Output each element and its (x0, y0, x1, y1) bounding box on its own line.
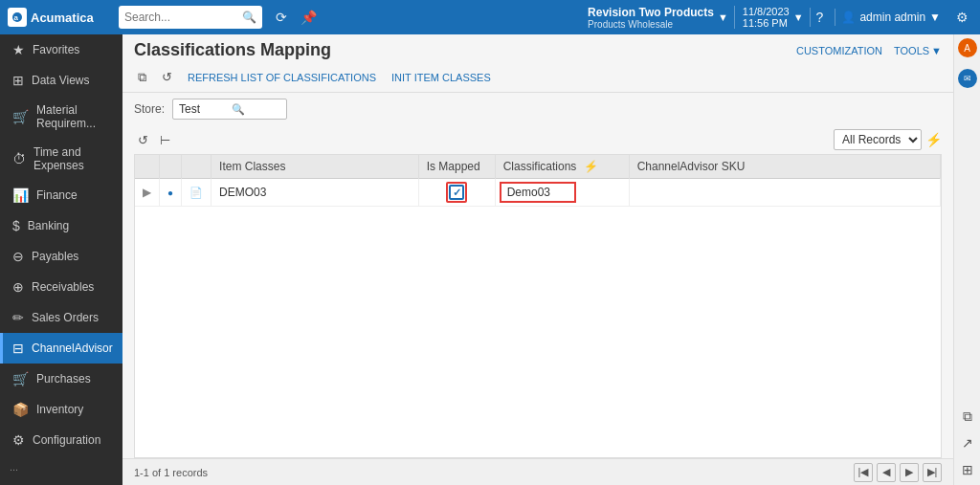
logo-text: Acumatica (31, 11, 94, 25)
sidebar-item-label: ChannelAdvisor (32, 342, 113, 355)
sidebar-item-data-views[interactable]: ⊞ Data Views (0, 65, 122, 96)
app-logo[interactable]: a Acumatica (8, 8, 113, 27)
pin-btn[interactable]: 📌 (297, 8, 321, 27)
row-expand-btn[interactable]: ▶ (135, 179, 160, 207)
store-label: Store: (134, 102, 165, 116)
panel-icon-1[interactable]: ✉ (958, 69, 977, 88)
sidebar-item-finance[interactable]: 📊 Finance (0, 180, 122, 210)
store-value: Test (179, 102, 228, 116)
user-label: admin admin (859, 11, 925, 24)
date-selector[interactable]: 11/8/2023 11:56 PM ▼ (734, 6, 804, 29)
panel-link-btn[interactable]: ↗ (956, 431, 979, 454)
sidebar-item-banking[interactable]: $ Banking (0, 210, 122, 241)
prev-page-btn[interactable]: ◀ (877, 463, 896, 482)
cell-channel-advisor-sku (629, 179, 940, 207)
sidebar-item-favorites[interactable]: ★ Favorites (0, 34, 122, 65)
records-filter-select[interactable]: All Records (834, 129, 922, 150)
sidebar-item-receivables[interactable]: ⊕ Receivables (0, 272, 122, 302)
grid-refresh-btn[interactable]: ↺ (134, 131, 152, 149)
sidebar-item-channeladvisor[interactable]: ⊟ ChannelAdvisor (0, 333, 122, 364)
pagination-nav: |◀ ◀ ▶ ▶| (854, 463, 942, 482)
chart-icon: 📊 (12, 187, 29, 203)
col-expand (135, 155, 160, 179)
page-header-area: Classifications Mapping CUSTOMIZATION TO… (122, 34, 953, 62)
footer: 1-1 of 1 records |◀ ◀ ▶ ▶| (122, 458, 953, 485)
sidebar-item-purchases[interactable]: 🛒 Purchases (0, 364, 122, 394)
undo-btn[interactable]: ↺ (158, 68, 176, 86)
first-page-btn[interactable]: |◀ (854, 463, 873, 482)
date-chevron-icon: ▼ (793, 11, 804, 23)
sidebar-more[interactable]: ... (0, 455, 122, 478)
notification-badge[interactable]: A (958, 38, 977, 57)
last-page-btn[interactable]: ▶| (923, 463, 942, 482)
top-navigation-bar: a Acumatica 🔍 ⟳ 📌 Revision Two Products … (0, 0, 980, 34)
tools-button[interactable]: TOOLS ▼ (894, 45, 942, 56)
sidebar-item-label: Favorites (33, 43, 79, 56)
grid-save-btn[interactable]: ⊢ (156, 131, 174, 149)
company-selector[interactable]: Revision Two Products Products Wholesale… (588, 6, 728, 30)
sidebar-item-label: Banking (28, 219, 69, 232)
col-indicator (160, 155, 182, 179)
company-name: Revision Two Products (588, 6, 714, 19)
table-header-row: Item Classes Is Mapped Classifications ⚡… (135, 155, 941, 179)
sidebar-item-sales-orders[interactable]: ✏ Sales Orders (0, 302, 122, 333)
tools-chevron-icon: ▼ (931, 45, 942, 56)
records-count: 1-1 of 1 records (134, 467, 208, 478)
user-icon: 👤 (841, 11, 856, 24)
star-icon: ★ (12, 42, 25, 57)
grid-toolbar-left: ↺ ⊢ (134, 131, 174, 149)
panel-settings-btn[interactable]: ⊞ (956, 458, 979, 481)
table-row: ▶ ● 📄 DEMO03 (135, 179, 941, 207)
user-menu-button[interactable]: 👤 admin admin ▼ (835, 9, 947, 26)
sidebar-item-label: Inventory (36, 403, 83, 416)
is-mapped-checkbox[interactable] (446, 182, 467, 203)
classifications-filter-icon[interactable]: ⚡ (584, 160, 598, 173)
minus-circle-icon: ⊖ (12, 249, 24, 264)
row-indicator: ● (160, 179, 182, 207)
store-search-icon[interactable]: 🔍 (232, 103, 280, 116)
sidebar-item-material[interactable]: 🛒 Material Requirem... (0, 96, 122, 138)
help-button[interactable]: ? (810, 8, 830, 27)
settings-icon[interactable]: ⚙ (952, 8, 972, 27)
user-chevron-icon: ▼ (929, 11, 941, 24)
box-icon: 📦 (12, 402, 29, 417)
row-type-icon: 📄 (182, 179, 212, 207)
time-value: 11:56 PM (743, 17, 790, 29)
data-table: Item Classes Is Mapped Classifications ⚡… (135, 155, 941, 207)
grid-toolbar-right: All Records ⚡ (834, 129, 942, 150)
next-page-btn[interactable]: ▶ (900, 463, 919, 482)
panel-expand-btn[interactable]: ⧉ (956, 405, 979, 428)
store-input[interactable]: Test 🔍 (172, 99, 287, 120)
sidebar-item-configuration[interactable]: ⚙ Configuration (0, 425, 122, 455)
init-item-classes-button[interactable]: INIT ITEM CLASSES (388, 70, 495, 85)
col-classifications: Classifications ⚡ (495, 155, 629, 179)
refresh-classifications-button[interactable]: REFRESH LIST OF CLASSIFICATIONS (184, 70, 380, 85)
history-btn[interactable]: ⟳ (272, 8, 291, 27)
more-label: ... (10, 461, 18, 473)
right-side-panel: A ✉ ⧉ ↗ ⊞ (953, 34, 980, 485)
customization-button[interactable]: CUSTOMIZATION (796, 45, 882, 56)
purchases-icon: 🛒 (12, 371, 29, 386)
sidebar-item-label: Data Views (32, 74, 89, 87)
tools-label: TOOLS (894, 45, 929, 56)
search-icon[interactable]: 🔍 (242, 11, 256, 24)
grid-toolbar: ↺ ⊢ All Records ⚡ (122, 125, 953, 154)
sidebar-item-payables[interactable]: ⊖ Payables (0, 241, 122, 272)
sidebar-item-time[interactable]: ⏱ Time and Expenses (0, 138, 122, 180)
sidebar-item-label: Purchases (36, 372, 91, 386)
sidebar-collapse-btn[interactable]: ◀ (0, 478, 122, 485)
sidebar-item-inventory[interactable]: 📦 Inventory (0, 394, 122, 425)
sidebar-item-label: Sales Orders (32, 311, 99, 324)
grid-icon: ⊞ (12, 73, 24, 88)
search-input[interactable] (124, 11, 242, 24)
dollar-icon: $ (12, 218, 20, 233)
page-title: Classifications Mapping (134, 40, 331, 60)
search-bar[interactable]: 🔍 (119, 6, 262, 29)
filter-icon-btn[interactable]: ⚡ (925, 132, 942, 147)
classification-value[interactable]: Demo03 (500, 182, 576, 203)
data-table-container: Item Classes Is Mapped Classifications ⚡… (134, 154, 942, 458)
col-is-mapped: Is Mapped (418, 155, 495, 179)
company-chevron-icon: ▼ (718, 11, 728, 23)
content-area: Classifications Mapping CUSTOMIZATION TO… (122, 34, 953, 485)
copy-btn[interactable]: ⧉ (134, 68, 150, 87)
